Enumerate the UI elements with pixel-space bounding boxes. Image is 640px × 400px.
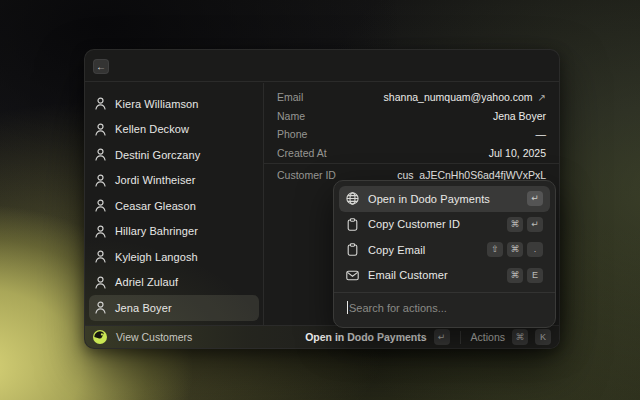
person-icon — [95, 174, 106, 187]
back-button[interactable]: ← — [93, 59, 109, 74]
list-item[interactable]: Destini Gorczany — [89, 142, 259, 168]
person-icon — [95, 225, 106, 238]
email-value: shanna_numquam@yahoo.com — [384, 91, 533, 103]
phone-value: — — [536, 128, 547, 140]
customer-list: Kiera Williamson Kellen Deckow Destini G… — [85, 83, 264, 325]
name-value: Jena Boyer — [493, 110, 546, 122]
customer-name: Kyleigh Langosh — [115, 251, 198, 263]
view-customers-label[interactable]: View Customers — [116, 331, 192, 343]
customer-name: Destini Gorczany — [115, 149, 200, 161]
cmd-key-badge: ⌘ — [512, 329, 528, 345]
detail-row-name: Name Jena Boyer — [277, 107, 546, 126]
customer-name: Kiera Williamson — [115, 98, 199, 110]
detail-row-created-at: Created At Jul 10, 2025 — [277, 144, 546, 163]
detail-row-email: Email shanna_numquam@yahoo.com ↗ — [277, 88, 546, 107]
return-key-badge: ↵ — [434, 329, 450, 345]
cmd-key-badge: ⌘ — [507, 268, 523, 283]
person-icon — [95, 199, 106, 212]
dodo-payments-logo-icon — [93, 330, 107, 344]
menu-item-copy-email[interactable]: Copy Email ⇧ ⌘ . — [339, 237, 550, 263]
menu-item-label: Open in Dodo Payments — [368, 193, 518, 205]
window-header: ← — [85, 50, 559, 82]
footer-bar: View Customers Open in Dodo Payments ↵ A… — [85, 325, 559, 348]
person-icon — [95, 276, 106, 289]
detail-label: Customer ID — [277, 169, 336, 181]
list-item[interactable]: Ceasar Gleason — [89, 193, 259, 219]
list-item-selected[interactable]: Jena Boyer — [89, 295, 259, 321]
customer-name: Jordi Wintheiser — [115, 174, 195, 186]
list-item[interactable]: Kiera Williamson — [89, 91, 259, 117]
shift-key-badge: ⇧ — [487, 242, 503, 257]
person-icon — [95, 301, 106, 314]
primary-action-label[interactable]: Open in Dodo Payments — [305, 331, 426, 343]
return-key-badge: ↵ — [527, 217, 543, 232]
k-key-badge: K — [535, 329, 551, 345]
customer-id-value: cus_aJECnHh0S6ad4fjWVxPxL — [397, 169, 546, 181]
actions-popup: Open in Dodo Payments ↵ Copy Customer ID… — [333, 180, 556, 328]
list-item[interactable]: Kellen Deckow — [89, 117, 259, 143]
customer-name: Hillary Bahringer — [115, 225, 198, 237]
customer-name: Jena Boyer — [115, 302, 172, 314]
list-item[interactable]: Adriel Zulauf — [89, 270, 259, 296]
return-key-badge: ↵ — [527, 191, 543, 206]
menu-item-copy-customer-id[interactable]: Copy Customer ID ⌘ ↵ — [339, 212, 550, 238]
detail-label: Name — [277, 110, 305, 122]
external-link-icon[interactable]: ↗ — [538, 92, 546, 103]
menu-item-label: Copy Email — [368, 244, 478, 256]
person-icon — [95, 97, 106, 110]
detail-label: Phone — [277, 128, 307, 140]
cmd-key-badge: ⌘ — [507, 217, 523, 232]
search-row — [339, 293, 550, 322]
desktop-background: ← Kiera Williamson Kellen Deckow Destini… — [0, 0, 640, 400]
text-caret — [347, 301, 348, 314]
person-icon — [95, 123, 106, 136]
customer-name: Kellen Deckow — [115, 123, 189, 135]
menu-item-open-in-dodo-payments[interactable]: Open in Dodo Payments ↵ — [339, 186, 550, 212]
clipboard-icon — [346, 218, 359, 231]
detail-label: Email — [277, 91, 303, 103]
menu-item-label: Email Customer — [368, 269, 498, 281]
envelope-icon — [346, 269, 359, 282]
actions-menu-label[interactable]: Actions — [471, 331, 505, 343]
created-at-value: Jul 10, 2025 — [489, 147, 546, 159]
menu-item-email-customer[interactable]: Email Customer ⌘ E — [339, 263, 550, 289]
footer-separator — [460, 331, 461, 344]
list-item[interactable]: Jordi Wintheiser — [89, 168, 259, 194]
globe-icon — [346, 192, 359, 205]
detail-row-phone: Phone — — [277, 125, 546, 144]
details-divider — [264, 163, 559, 164]
clipboard-icon — [346, 243, 359, 256]
e-key-badge: E — [527, 268, 543, 283]
footer-actions: Open in Dodo Payments ↵ Actions ⌘ K — [305, 329, 551, 345]
cmd-key-badge: ⌘ — [507, 242, 523, 257]
brand: View Customers — [93, 330, 192, 344]
period-key-badge: . — [527, 242, 543, 257]
list-item[interactable]: Hillary Bahringer — [89, 219, 259, 245]
detail-label: Created At — [277, 147, 327, 159]
customer-name: Ceasar Gleason — [115, 200, 196, 212]
menu-item-label: Copy Customer ID — [368, 218, 498, 230]
person-icon — [95, 148, 106, 161]
customer-name: Adriel Zulauf — [115, 276, 178, 288]
search-input[interactable] — [339, 293, 550, 322]
back-arrow-icon: ← — [96, 62, 106, 72]
list-item[interactable]: Kyleigh Langosh — [89, 244, 259, 270]
person-icon — [95, 250, 106, 263]
